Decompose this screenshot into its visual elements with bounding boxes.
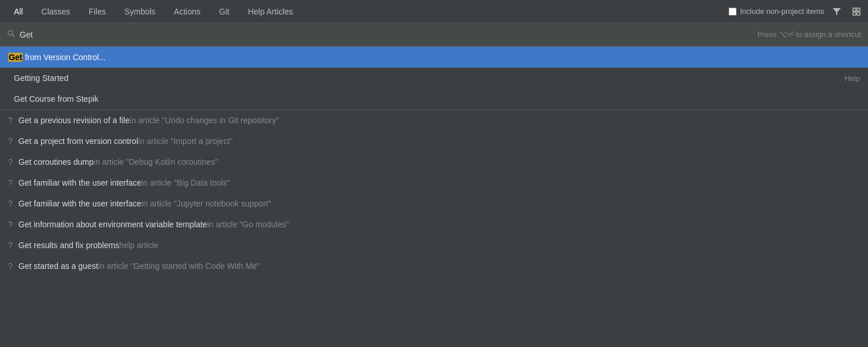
result-main-get-course-stepik: Get Course from Stepik — [14, 94, 98, 104]
result-secondary-get-familiar-big-data: in article "Big Data tools" — [141, 178, 230, 187]
result-main-get-results-fix: Get results and fix problems — [19, 241, 119, 250]
result-secondary-get-project-vcs: in article "Import a project" — [138, 136, 233, 146]
result-secondary-get-prev-revision: in article "Undo changes in Git reposito… — [130, 116, 279, 125]
results-list: Get from Version Control... Getting Star… — [0, 47, 868, 276]
svg-line-6 — [13, 35, 15, 38]
result-highlight-get-vcs: Get — [8, 53, 23, 62]
tab-help-articles[interactable]: Help Articles — [238, 2, 302, 21]
result-item-get-familiar-big-data[interactable]: ? Get familiar with the user interface i… — [0, 172, 868, 193]
include-non-project-checkbox[interactable] — [729, 8, 737, 16]
include-non-project-option[interactable]: Include non-project items — [729, 7, 824, 16]
question-icon-8: ? — [8, 261, 13, 271]
search-icon — [7, 29, 15, 39]
question-icon-1: ? — [8, 116, 13, 125]
result-main-get-coroutines-dump: Get coroutines dump — [19, 157, 94, 167]
result-item-get-results-fix[interactable]: ? Get results and fix problems help arti… — [0, 235, 868, 256]
question-icon-7: ? — [8, 241, 13, 250]
svg-rect-2 — [857, 8, 860, 11]
result-main-get-info-env: Get information about environment variab… — [19, 220, 207, 229]
result-item-get-vcs[interactable]: Get from Version Control... — [0, 47, 868, 68]
result-main-get-familiar-big-data: Get familiar with the user interface — [19, 178, 141, 187]
result-item-get-project-vcs[interactable]: ? Get a project from version control in … — [0, 131, 868, 152]
search-input[interactable] — [20, 30, 757, 39]
result-label-help: Help — [844, 74, 860, 83]
result-main-getting-started: Getting Started — [14, 73, 68, 83]
result-item-get-familiar-jupyter[interactable]: ? Get familiar with the user interface i… — [0, 193, 868, 214]
result-secondary-get-info-env: in article "Go modules" — [207, 220, 289, 229]
result-secondary-get-results-fix: help article — [119, 241, 159, 250]
tab-actions[interactable]: Actions — [165, 2, 210, 21]
question-icon-6: ? — [8, 220, 13, 229]
question-icon-2: ? — [8, 136, 13, 146]
result-main-get-prev-revision: Get a previous revision of a file — [19, 116, 130, 125]
result-secondary-get-coroutines-dump: in article "Debug Kotlin coroutines" — [94, 157, 218, 167]
result-item-get-started-guest[interactable]: ? Get started as a guest in article "Get… — [0, 256, 868, 276]
result-main-get-familiar-jupyter: Get familiar with the user interface — [19, 199, 141, 208]
result-item-get-course-stepik[interactable]: Get Course from Stepik — [0, 88, 868, 109]
include-non-project-label: Include non-project items — [740, 7, 824, 16]
question-icon-4: ? — [8, 178, 13, 187]
tab-options: Include non-project items — [729, 6, 863, 17]
tab-files[interactable]: Files — [79, 2, 115, 21]
result-main-get-started-guest: Get started as a guest — [19, 261, 98, 271]
svg-point-5 — [8, 31, 13, 35]
tab-git[interactable]: Git — [210, 2, 239, 21]
filter-button[interactable] — [830, 6, 844, 17]
layout-button[interactable] — [849, 6, 863, 17]
svg-rect-4 — [857, 12, 860, 15]
question-icon-5: ? — [8, 199, 13, 208]
result-main-get-vcs: Get from Version Control... — [8, 53, 106, 62]
tab-symbols[interactable]: Symbols — [115, 2, 165, 21]
result-item-get-prev-revision[interactable]: ? Get a previous revision of a file in a… — [0, 110, 868, 131]
result-secondary-get-started-guest: in article "Getting started with Code Wi… — [98, 261, 260, 271]
svg-marker-0 — [833, 8, 841, 15]
tab-classes[interactable]: Classes — [32, 2, 80, 21]
svg-rect-3 — [853, 12, 856, 15]
result-secondary-get-familiar-jupyter: in article "Jupyter notebook support" — [141, 199, 271, 208]
search-bar: Press ⌥⏎ to assign a shortcut — [0, 23, 868, 46]
result-item-getting-started[interactable]: Getting Started Help — [0, 68, 868, 88]
filter-icon — [832, 7, 841, 16]
result-item-get-coroutines-dump[interactable]: ? Get coroutines dump in article "Debug … — [0, 152, 868, 172]
svg-rect-1 — [853, 8, 856, 11]
tab-all[interactable]: All — [5, 2, 32, 21]
question-icon-3: ? — [8, 157, 13, 167]
result-item-get-info-env[interactable]: ? Get information about environment vari… — [0, 214, 868, 235]
layout-icon — [852, 7, 861, 16]
tab-bar: All Classes Files Symbols Actions Git He… — [0, 0, 868, 23]
shortcut-hint: Press ⌥⏎ to assign a shortcut — [757, 30, 861, 39]
result-main-get-project-vcs: Get a project from version control — [19, 136, 138, 146]
